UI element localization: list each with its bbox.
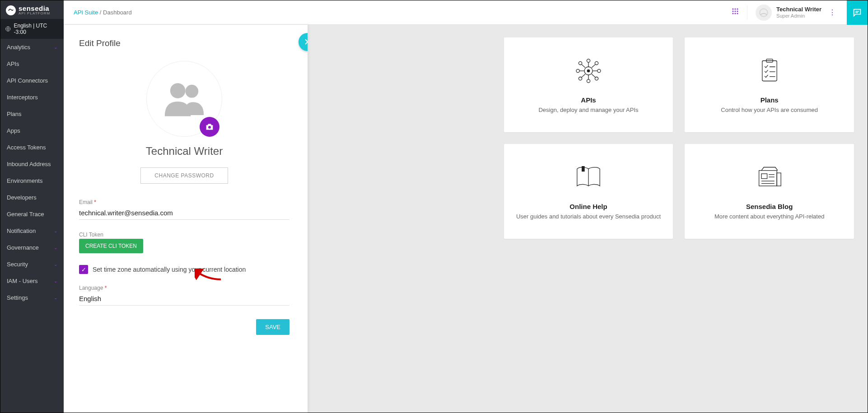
more-vert-icon[interactable]: ⋮ <box>826 8 839 17</box>
user-menu[interactable]: Technical Writer Super Admin ⋮ <box>756 5 839 21</box>
svg-point-5 <box>734 10 736 12</box>
nav: Analytics⌄ APIs API Connectors Intercept… <box>0 39 64 413</box>
sidebar-item-api-connectors[interactable]: API Connectors <box>0 72 64 89</box>
card-online-help[interactable]: Online Help User guides and tutorials ab… <box>504 144 673 239</box>
card-title: Plans <box>761 96 779 104</box>
card-title: APIs <box>581 96 596 104</box>
logo-mark-icon <box>6 5 16 15</box>
change-photo-button[interactable] <box>200 117 219 137</box>
card-plans[interactable]: Plans Control how your APIs are consumed <box>685 37 854 132</box>
people-placeholder-icon <box>157 72 211 126</box>
chat-icon <box>852 8 862 18</box>
svg-rect-40 <box>761 174 767 179</box>
locale-selector[interactable]: English | UTC -3:00 <box>0 19 64 39</box>
email-label: Email * <box>79 199 289 205</box>
sidebar-item-settings[interactable]: Settings⌄ <box>0 289 64 306</box>
card-desc: Design, deploy and manage your APIs <box>538 107 638 113</box>
locale-text: English | UTC -3:00 <box>14 23 59 35</box>
chevron-down-icon: ⌄ <box>54 262 57 267</box>
timezone-auto-checkbox[interactable]: ✓ <box>79 265 88 274</box>
user-name: Technical Writer <box>776 6 821 13</box>
breadcrumb-second: Dashboard <box>103 9 132 16</box>
svg-point-18 <box>587 59 590 62</box>
svg-point-4 <box>732 10 733 12</box>
svg-line-31 <box>582 74 585 77</box>
timezone-auto-label: Set time zone automatically using your c… <box>93 266 246 273</box>
svg-point-14 <box>185 85 198 98</box>
card-desc: More content about everything API-relate… <box>714 213 825 220</box>
svg-rect-34 <box>762 61 776 81</box>
card-sensedia-blog[interactable]: Sensedia Blog More content about everyth… <box>685 144 854 239</box>
display-name: Technical Writer <box>79 145 289 158</box>
sidebar-item-plans[interactable]: Plans <box>0 106 64 122</box>
sidebar-item-access-tokens[interactable]: Access Tokens <box>0 139 64 156</box>
create-cli-token-button[interactable]: CREATE CLI TOKEN <box>79 239 143 253</box>
svg-point-28 <box>595 61 598 65</box>
close-panel-button[interactable]: ✕ <box>299 33 308 51</box>
svg-point-22 <box>576 69 579 72</box>
svg-point-1 <box>732 8 733 9</box>
svg-point-30 <box>579 77 582 80</box>
svg-point-20 <box>587 79 590 83</box>
breadcrumb-first[interactable]: API Suite <box>74 9 98 16</box>
card-apis[interactable]: APIs Design, deploy and manage your APIs <box>504 37 673 132</box>
globe-icon <box>5 26 11 32</box>
card-desc: Control how your APIs are consumed <box>721 107 818 113</box>
sidebar-item-apps[interactable]: Apps <box>0 122 64 139</box>
sidebar-item-developers[interactable]: Developers <box>0 189 64 206</box>
sidebar: sensedia API PLATFORM English | UTC -3:0… <box>0 0 64 413</box>
sidebar-item-governance[interactable]: Governance⌄ <box>0 239 64 256</box>
sidebar-item-analytics[interactable]: Analytics⌄ <box>0 39 64 56</box>
save-button[interactable]: SAVE <box>256 319 289 335</box>
svg-point-7 <box>732 13 733 14</box>
chevron-down-icon: ⌄ <box>54 45 57 50</box>
logo: sensedia API PLATFORM <box>0 0 64 19</box>
svg-point-17 <box>587 70 589 72</box>
cli-token-label: CLI Token <box>79 232 289 238</box>
svg-point-26 <box>579 61 582 65</box>
checklist-icon <box>753 56 786 85</box>
svg-point-9 <box>737 13 738 14</box>
svg-line-27 <box>582 65 585 68</box>
svg-point-24 <box>597 69 601 72</box>
language-label: Language * <box>79 285 289 291</box>
card-desc: User guides and tutorials about every Se… <box>516 213 661 220</box>
sidebar-item-apis[interactable]: APIs <box>0 56 64 72</box>
book-icon <box>572 163 605 192</box>
svg-point-13 <box>170 83 186 98</box>
sidebar-item-inbound-address[interactable]: Inbound Address <box>0 156 64 172</box>
close-icon: ✕ <box>304 37 308 47</box>
svg-rect-37 <box>582 167 584 172</box>
language-field[interactable] <box>79 292 289 306</box>
svg-point-32 <box>595 77 598 80</box>
svg-line-33 <box>592 74 595 77</box>
svg-point-3 <box>737 8 738 9</box>
avatar-icon <box>756 5 772 21</box>
change-password-button[interactable]: CHANGE PASSWORD <box>140 167 228 184</box>
news-icon <box>753 163 786 192</box>
divider <box>747 5 747 20</box>
topbar: API Suite / Dashboard Technical Writer S… <box>64 0 868 25</box>
sidebar-item-environments[interactable]: Environments <box>0 172 64 189</box>
chevron-down-icon: ⌄ <box>54 228 57 233</box>
breadcrumb: API Suite / Dashboard <box>74 9 132 16</box>
chevron-down-icon: ⌄ <box>54 245 57 250</box>
brand-subtitle: API PLATFORM <box>19 12 50 15</box>
dashboard: APIs Design, deploy and manage your APIs… <box>308 25 868 413</box>
svg-line-29 <box>592 65 595 68</box>
svg-rect-39 <box>777 173 781 186</box>
svg-point-6 <box>737 10 738 12</box>
apps-grid-icon[interactable] <box>732 8 739 17</box>
panel-title: Edit Profile <box>79 38 289 48</box>
sidebar-item-notification[interactable]: Notification⌄ <box>0 223 64 239</box>
sidebar-item-interceptors[interactable]: Interceptors <box>0 89 64 106</box>
sidebar-item-iam-users[interactable]: IAM - Users⌄ <box>0 273 64 289</box>
user-role: Super Admin <box>776 13 821 19</box>
sidebar-item-security[interactable]: Security⌄ <box>0 256 64 273</box>
sidebar-item-general-trace[interactable]: General Trace <box>0 206 64 223</box>
card-title: Sensedia Blog <box>746 203 793 210</box>
chat-button[interactable] <box>847 0 868 25</box>
card-title: Online Help <box>569 203 607 210</box>
edit-profile-panel: Edit Profile ✕ <box>64 25 308 413</box>
email-field[interactable] <box>79 206 289 220</box>
